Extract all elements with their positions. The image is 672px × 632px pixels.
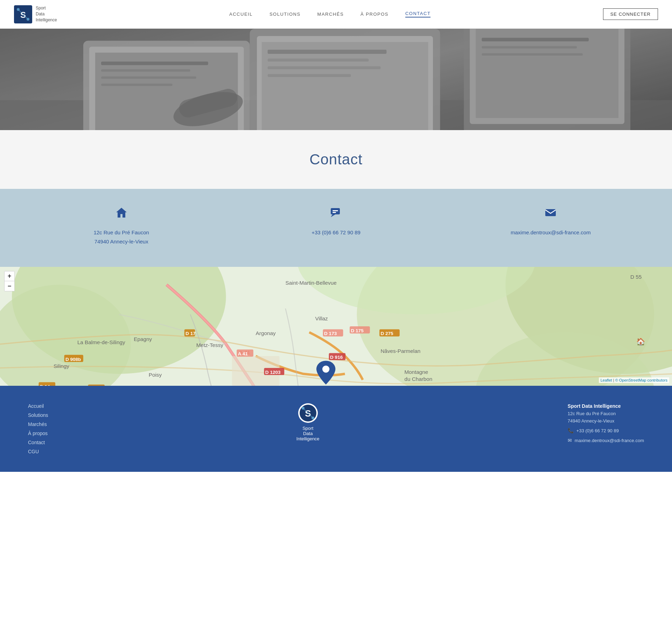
map-section[interactable]: La Balme-de-Silingy Silingy Nonglard D 1… [0,267,672,386]
header: S Sport Data Intelligence ACCUEIL SOLUTI… [0,0,672,29]
hero-image [0,29,672,130]
footer-nav-marches[interactable]: Marchés [28,421,48,427]
svg-text:Montagne: Montagne [404,369,428,375]
svg-marker-31 [331,214,335,217]
svg-rect-29 [0,29,672,130]
footer-email-row: ✉ maxime.dentroux@sdi-france.com [568,438,644,443]
info-section: 12c Rue du Pré Faucon 74940 Annecy-le-Vi… [0,189,672,267]
svg-text:D 916: D 916 [330,355,343,360]
footer-address-line1: 12c Rue du Pré Faucon [568,411,644,416]
map-background: La Balme-de-Silingy Silingy Nonglard D 1… [0,267,672,386]
address-card: 12c Rue du Pré Faucon 74940 Annecy-le-Vi… [21,206,222,246]
svg-text:Poisy: Poisy [149,372,162,378]
main-nav: ACCUEIL SOLUTIONS MARCHÉS À PROPOS CONTA… [229,11,430,17]
footer-nav-cgu[interactable]: CGU [28,449,48,454]
svg-text:D 17: D 17 [186,331,196,336]
footer-company-name: Sport Data Intelligence [568,403,644,409]
svg-text:Metz-Tessy: Metz-Tessy [196,342,224,348]
phone-icon: 📞 [568,428,574,433]
osm-link[interactable]: © OpenStreetMap contributors [615,378,667,382]
svg-rect-34 [545,209,556,216]
at-icon: ✉ [568,438,572,443]
address-text: 12c Rue du Pré Faucon 74940 Annecy-le-Vi… [93,228,149,246]
map-controls: + − [4,271,15,291]
svg-rect-86 [88,385,105,386]
footer-nav-apropos[interactable]: À propos [28,431,48,436]
svg-text:D 14: D 14 [40,384,50,386]
footer-info: Sport Data Intelligence 12c Rue du Pré F… [568,403,644,443]
svg-text:🏠: 🏠 [636,338,645,346]
zoom-out-button[interactable]: − [5,281,14,291]
svg-text:Nâves-Parmelan: Nâves-Parmelan [380,348,420,354]
email-text[interactable]: maxime.dentroux@sdi-france.com [511,228,591,237]
chat-icon [330,206,342,222]
svg-text:D 173: D 173 [324,331,337,336]
svg-text:A 41: A 41 [238,351,248,356]
svg-text:Villaz: Villaz [315,315,328,321]
footer-nav-solutions[interactable]: Solutions [28,412,48,418]
phone-card: +33 (0)6 66 72 90 89 [236,206,436,237]
svg-text:D 1203: D 1203 [265,370,281,375]
svg-text:Epagny: Epagny [134,336,152,342]
nav-solutions[interactable]: SOLUTIONS [270,12,301,17]
hero-svg [0,29,672,130]
footer-phone-row: 📞 +33 (0)6 66 72 90 89 [568,428,644,433]
svg-rect-33 [332,212,336,213]
svg-text:Argonay: Argonay [256,330,276,336]
footer-email: maxime.dentroux@sdi-france.com [575,438,644,443]
leaflet-link[interactable]: Leaflet [601,378,612,382]
logo-icon: S [14,5,32,23]
envelope-icon [544,206,557,222]
nav-apropos[interactable]: À PROPOS [360,12,388,17]
svg-text:D 175: D 175 [351,328,364,333]
logo[interactable]: S Sport Data Intelligence [14,5,57,23]
zoom-in-button[interactable]: + [5,271,14,281]
footer-phone: +33 (0)6 66 72 90 89 [576,428,619,433]
footer: Accueil Solutions Marchés À propos Conta… [0,386,672,472]
email-card: maxime.dentroux@sdi-france.com [450,206,651,237]
footer-address-line2: 74940 Annecy-le-Vieux [568,418,644,424]
svg-text:du Charbon: du Charbon [404,376,432,382]
svg-text:La Balme-de-Silingy: La Balme-de-Silingy [77,339,125,345]
phone-text[interactable]: +33 (0)6 66 72 90 89 [312,228,360,237]
footer-nav: Accueil Solutions Marchés À propos Conta… [28,403,48,454]
nav-contact[interactable]: CONTACT [405,11,430,17]
svg-text:D 908b: D 908b [65,357,81,362]
page-title: Contact [7,151,665,168]
svg-text:Silingy: Silingy [54,363,69,369]
contact-title-section: Contact [0,130,672,189]
home-icon [115,206,128,222]
svg-text:S: S [20,10,26,20]
nav-accueil[interactable]: ACCUEIL [229,12,253,17]
map-attribution: Leaflet | © OpenStreetMap contributors [599,377,669,383]
footer-logo[interactable]: S Sport Data Intelligence [296,403,320,441]
nav-marches[interactable]: MARCHÉS [317,12,344,17]
svg-text:D 55: D 55 [630,274,642,280]
map-svg: La Balme-de-Silingy Silingy Nonglard D 1… [0,267,672,386]
footer-logo-icon: S [298,403,318,423]
logo-text: Sport Data Intelligence [36,5,57,23]
se-connecter-button[interactable]: SE CONNECTER [603,8,658,20]
svg-point-110 [322,365,329,372]
footer-nav-accueil[interactable]: Accueil [28,403,48,409]
footer-nav-contact[interactable]: Contact [28,440,48,445]
footer-logo-text: Sport Data Intelligence [296,426,320,441]
svg-rect-32 [332,210,338,211]
svg-text:Saint-Martin-Bellevue: Saint-Martin-Bellevue [286,280,337,286]
svg-text:D 275: D 275 [380,331,393,336]
